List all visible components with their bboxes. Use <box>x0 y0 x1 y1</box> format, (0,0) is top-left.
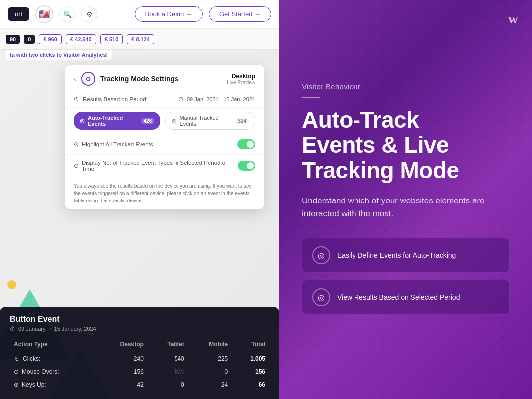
stat-badge-90: 90 <box>6 35 20 44</box>
row-clicks-tablet: 540 <box>148 352 188 366</box>
row-keysup-mobile: 24 <box>188 378 232 391</box>
modal-note: You always see the results based on the … <box>65 177 264 209</box>
col-action-type: Action Type <box>10 339 96 352</box>
feature-label-2: View Results Based on Selected Period <box>337 293 460 301</box>
right-content: Visitor Behaviour Auto-Track Events & Li… <box>302 82 510 322</box>
feature-icon-1: ◎ <box>312 246 330 264</box>
modal-title: Tracking Mode Settings <box>100 75 178 83</box>
highlight-toggle[interactable] <box>237 139 255 149</box>
row-clicks-desktop: 240 <box>96 352 148 366</box>
feature-card-2[interactable]: ◎ View Results Based on Selected Period <box>302 280 510 315</box>
modal-header: ‹ ⚙ Tracking Mode Settings Desktop Live … <box>65 65 264 91</box>
table-row: 🖱 Clicks: 240 540 225 1.005 <box>10 352 269 366</box>
event-data-panel: Button Event ⏱ 09 January → 15 January, … <box>0 307 279 399</box>
event-panel-title: Button Event <box>10 315 269 324</box>
visitor-analytics-text: ta with two clicks to Visitor Analytics! <box>6 50 112 60</box>
feature-label-1: Easily Define Events for Auto-Tracking <box>337 251 456 259</box>
row-mouseovers-tablet: N/A <box>148 365 188 378</box>
event-tabs: ◎ Auto-Tracked Events 426 ◎ Manual Track… <box>65 108 264 134</box>
row-clicks-label: 🖱 Clicks: <box>10 352 96 366</box>
get-started-button[interactable]: Get Started → <box>209 6 271 22</box>
tracking-modal: ‹ ⚙ Tracking Mode Settings Desktop Live … <box>65 65 264 209</box>
row-mouseovers-total: 156 <box>232 365 269 378</box>
event-table: Action Type Desktop Tablet Mobile Total … <box>10 339 269 391</box>
book-demo-button[interactable]: Book a Demo → <box>135 6 203 22</box>
col-total: Total <box>232 339 269 352</box>
w-logo: w <box>508 11 518 27</box>
row-mouseovers-desktop: 156 <box>96 365 148 378</box>
feature-card-1[interactable]: ◎ Easily Define Events for Auto-Tracking <box>302 238 510 273</box>
stat-badge-8124: £ 8,124 <box>127 34 154 44</box>
auto-tracked-tab-icon: ◎ <box>80 118 85 124</box>
stats-bar: 90 0 £ 960 £ 42,540 £ 510 £ 8,124 <box>0 29 279 50</box>
modal-device: Desktop <box>227 73 255 80</box>
row-keysup-label: ⊕ Keys Up: <box>10 378 96 391</box>
manual-tracked-tab[interactable]: ◎ Manual Tracked Events 324 <box>165 112 255 130</box>
row-keysup-desktop: 42 <box>96 378 148 391</box>
col-mobile: Mobile <box>188 339 232 352</box>
row-keysup-tablet: 0 <box>148 378 188 391</box>
report-button[interactable]: ort <box>8 7 29 21</box>
period-value: ⏱ 09 Jan. 2021 - 15 Jan. 2021 <box>178 96 255 102</box>
search-icon[interactable]: 🔍 <box>59 6 75 22</box>
stat-badge-960: £ 960 <box>39 34 62 44</box>
row-mouseovers-mobile: 0 <box>188 365 232 378</box>
event-panel-date: ⏱ 09 January → 15 January, 2024 <box>10 326 269 332</box>
table-row: ⊙ Mouse Overs: 156 N/A 0 156 <box>10 365 269 378</box>
dot-decoration <box>7 280 16 289</box>
display-row: ⊙ Display No. of Tracked Event Types in … <box>65 155 264 177</box>
highlight-label: ⊙ Highlight All Tracked Events <box>74 141 153 148</box>
modal-preview: Live Preview <box>227 80 255 85</box>
row-clicks-mobile: 225 <box>188 352 232 366</box>
gear-icon: ⚙ <box>81 72 95 86</box>
highlight-row: ⊙ Highlight All Tracked Events <box>65 134 264 155</box>
display-toggle[interactable] <box>238 161 255 171</box>
row-clicks-total: 1.005 <box>232 352 269 366</box>
right-panel: w Visitor Behaviour Auto-Track Events & … <box>279 0 532 399</box>
sub-label: Visitor Behaviour <box>302 82 510 91</box>
left-panel: ort 🇺🇸 🔍 ⚙ Book a Demo → Get Started → 9… <box>0 0 279 399</box>
row-keysup-total: 66 <box>232 378 269 391</box>
table-row: ⊕ Keys Up: 42 0 24 66 <box>10 378 269 391</box>
period-label: ⏱ Results Based on Period: <box>74 96 148 102</box>
col-desktop: Desktop <box>96 339 148 352</box>
stat-badge-0: 0 <box>24 35 35 44</box>
stat-badge-510: £ 510 <box>100 34 123 44</box>
modal-back-button[interactable]: ‹ <box>74 75 76 83</box>
auto-tracked-tab[interactable]: ◎ Auto-Tracked Events 426 <box>74 112 160 130</box>
divider <box>302 97 320 98</box>
flag-icon[interactable]: 🇺🇸 <box>35 5 53 23</box>
col-tablet: Tablet <box>148 339 188 352</box>
main-heading: Auto-Track Events & Live Tracking Mode <box>302 107 510 183</box>
top-nav: ort 🇺🇸 🔍 ⚙ Book a Demo → Get Started → <box>0 0 279 29</box>
display-label: ⊙ Display No. of Tracked Event Types in … <box>74 160 238 172</box>
row-mouseovers-label: ⊙ Mouse Overs: <box>10 365 96 378</box>
feature-icon-2: ◎ <box>312 288 330 306</box>
modal-header-left: ‹ ⚙ Tracking Mode Settings <box>74 72 178 86</box>
settings-icon[interactable]: ⚙ <box>81 6 97 22</box>
stat-badge-42540: £ 42,540 <box>66 34 96 44</box>
modal-period-row: ⏱ Results Based on Period: ⏱ 09 Jan. 202… <box>65 91 264 108</box>
sub-description: Understand which of your websites elemen… <box>302 195 501 220</box>
manual-tracked-tab-icon: ◎ <box>172 118 177 124</box>
modal-header-right: Desktop Live Preview <box>227 73 255 85</box>
